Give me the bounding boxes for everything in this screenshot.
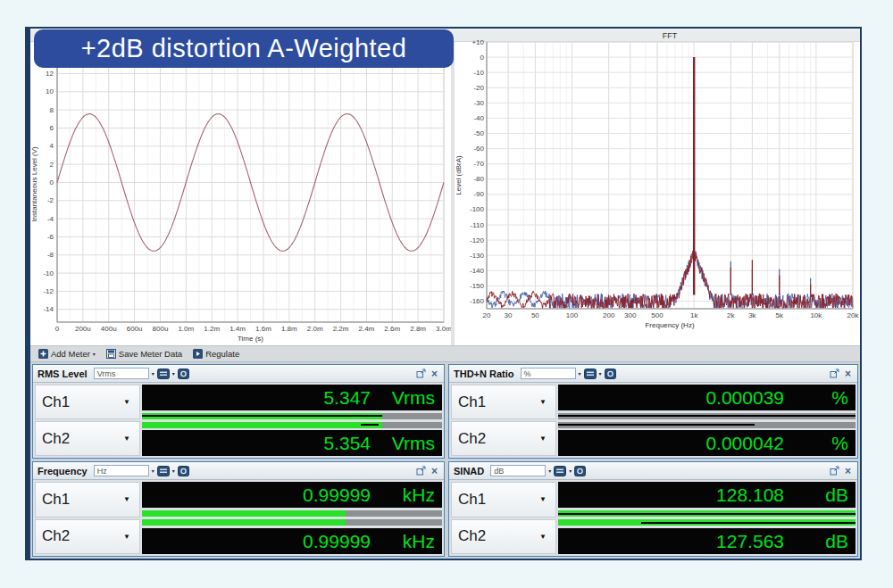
meter-settings-icon[interactable] xyxy=(574,466,586,476)
channel-selector-ch2[interactable]: Ch2▼ xyxy=(35,421,140,456)
unit-selector[interactable]: Vrms xyxy=(94,368,149,379)
unit-selector[interactable]: Hz xyxy=(94,465,149,476)
svg-text:-80: -80 xyxy=(473,175,484,183)
meter-value: 0.000039 xyxy=(705,387,784,409)
level-bar-ch1 xyxy=(142,510,442,517)
scope-panel[interactable]: 121086420-2-4-6-8-10-12-140200u400u600u8… xyxy=(30,30,451,345)
close-icon[interactable]: × xyxy=(430,467,439,476)
popout-icon[interactable] xyxy=(830,466,840,476)
meter-unit: Vrms xyxy=(371,433,435,454)
channel-selector-ch1[interactable]: Ch1▼ xyxy=(35,385,140,419)
meter-display-icon[interactable] xyxy=(554,466,566,476)
chevron-down-icon[interactable]: ▾ xyxy=(579,370,581,377)
meter-toolbar: Add Meter ▾ Save Meter Data Regulate xyxy=(30,345,860,362)
popout-icon[interactable] xyxy=(416,466,427,476)
add-meter-button[interactable]: Add Meter ▾ xyxy=(34,347,100,360)
svg-text:30: 30 xyxy=(505,311,513,319)
chevron-down-icon: ▼ xyxy=(123,533,130,541)
svg-text:200u: 200u xyxy=(75,325,91,333)
meter-display-icon[interactable] xyxy=(584,369,597,379)
channel-selector-ch1[interactable]: Ch1▼ xyxy=(35,482,140,518)
meter-display-icon[interactable] xyxy=(157,466,170,476)
save-meter-data-button[interactable]: Save Meter Data xyxy=(102,347,187,360)
chevron-down-icon[interactable]: ▾ xyxy=(93,351,96,357)
svg-text:-2: -2 xyxy=(47,196,54,204)
chevron-down-icon[interactable]: ▾ xyxy=(548,468,551,474)
channel-selector-ch2[interactable]: Ch2▼ xyxy=(451,519,556,555)
chevron-down-icon[interactable]: ▾ xyxy=(599,370,602,377)
chevron-down-icon[interactable]: ▾ xyxy=(569,468,572,474)
unit-selector[interactable]: dB xyxy=(490,465,546,476)
close-icon[interactable]: × xyxy=(843,467,853,476)
channel-label: Ch2 xyxy=(458,430,486,448)
desktop-background: 121086420-2-4-6-8-10-12-140200u400u600u8… xyxy=(0,0,893,588)
svg-text:-100: -100 xyxy=(470,205,485,213)
banner-text: +2dB distortion A-Weighted xyxy=(81,34,407,63)
svg-text:Instantaneous Level (V): Instantaneous Level (V) xyxy=(30,146,38,222)
svg-text:-110: -110 xyxy=(471,221,485,229)
add-meter-label: Add Meter xyxy=(51,349,90,359)
meter-display-ch1: 5.347Vrms xyxy=(142,385,442,410)
svg-text:3.0m: 3.0m xyxy=(436,325,451,333)
svg-text:1k: 1k xyxy=(690,311,698,319)
fft-panel[interactable]: +100-10-20-30-40-50-60-70-80-90-100-110-… xyxy=(455,30,860,345)
meter-display-ch1: 0.000039% xyxy=(558,385,855,410)
svg-text:-12: -12 xyxy=(43,287,54,295)
level-bars xyxy=(558,508,855,528)
unit-selector[interactable]: % xyxy=(521,368,576,379)
svg-text:-90: -90 xyxy=(473,190,484,198)
svg-text:-10: -10 xyxy=(43,269,54,277)
regulate-button[interactable]: Regulate xyxy=(188,347,244,360)
popout-icon[interactable] xyxy=(830,369,840,378)
level-bar-ch2 xyxy=(142,422,442,428)
chevron-down-icon[interactable]: ▾ xyxy=(172,468,175,474)
meter-value: 128.108 xyxy=(716,484,784,506)
svg-text:800u: 800u xyxy=(153,325,169,333)
svg-text:-120: -120 xyxy=(470,236,485,244)
svg-text:FFT: FFT xyxy=(663,31,678,40)
chevron-down-icon[interactable]: ▾ xyxy=(152,468,154,474)
unit-selector-value: Hz xyxy=(97,467,107,476)
meter-settings-icon[interactable] xyxy=(605,369,616,379)
meter-display-ch2: 0.000042% xyxy=(558,430,855,456)
meter-unit: kHz xyxy=(371,484,435,506)
svg-text:2.0m: 2.0m xyxy=(307,325,323,333)
level-bars xyxy=(558,410,855,430)
svg-text:0: 0 xyxy=(50,178,54,186)
close-icon[interactable]: × xyxy=(430,369,439,378)
popout-icon[interactable] xyxy=(416,369,427,378)
svg-text:-130: -130 xyxy=(470,252,485,260)
level-bar-ch2 xyxy=(558,519,855,526)
meter-display-icon[interactable] xyxy=(157,369,170,379)
channel-selector-ch1[interactable]: Ch1▼ xyxy=(451,482,556,518)
svg-text:20: 20 xyxy=(483,311,491,319)
svg-text:3k: 3k xyxy=(748,311,756,319)
unit-selector-value: dB xyxy=(494,467,504,476)
regulate-label: Regulate xyxy=(205,349,239,359)
meter-settings-icon[interactable] xyxy=(178,466,189,476)
scope-plot: 121086420-2-4-6-8-10-12-140200u400u600u8… xyxy=(30,30,451,345)
svg-text:300: 300 xyxy=(624,311,637,319)
meter-panel-sinad: SINAD dB ▾ ▾ × Ch1▼ Ch2▼ 128. xyxy=(448,461,858,557)
chevron-down-icon[interactable]: ▾ xyxy=(152,370,154,377)
close-icon[interactable]: × xyxy=(843,369,853,378)
chevron-down-icon[interactable]: ▾ xyxy=(172,370,175,377)
svg-text:50: 50 xyxy=(531,311,539,319)
svg-text:10: 10 xyxy=(46,87,54,95)
chevron-down-icon: ▼ xyxy=(123,398,130,406)
svg-text:2.2m: 2.2m xyxy=(333,325,349,333)
channel-label: Ch1 xyxy=(458,491,486,509)
channel-selector-ch2[interactable]: Ch2▼ xyxy=(451,421,556,456)
channel-selector-ch1[interactable]: Ch1▼ xyxy=(451,385,556,419)
meter-unit: Vrms xyxy=(371,387,435,409)
level-bars xyxy=(142,410,442,430)
chevron-down-icon: ▼ xyxy=(539,435,547,443)
channel-label: Ch1 xyxy=(458,393,486,411)
chevron-down-icon: ▼ xyxy=(123,495,130,503)
channel-label: Ch1 xyxy=(42,491,70,509)
channel-selector-ch2[interactable]: Ch2▼ xyxy=(35,519,140,555)
meter-settings-icon[interactable] xyxy=(178,369,189,379)
svg-text:-70: -70 xyxy=(473,160,484,168)
chevron-down-icon: ▼ xyxy=(539,533,547,541)
meter-body: Ch1▼ Ch2▼ 0.99999kHz 0.99999kHz xyxy=(33,480,444,556)
